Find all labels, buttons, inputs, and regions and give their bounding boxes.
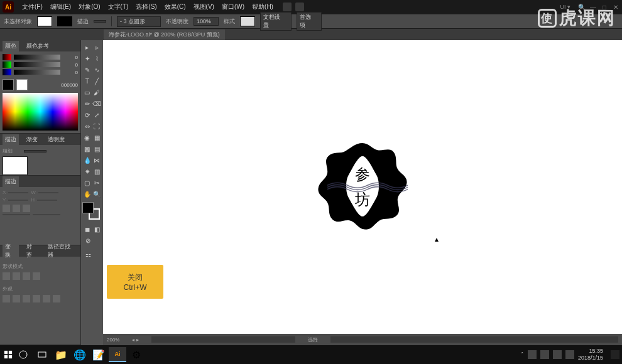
shape-builder-tool[interactable]: ◉ bbox=[83, 132, 92, 142]
stroke-weight-dropdown[interactable] bbox=[94, 20, 106, 23]
paintbrush-tool[interactable]: 🖌 bbox=[93, 87, 102, 97]
pf-icon6[interactable] bbox=[53, 295, 60, 302]
symbol-sprayer-tool[interactable]: ✷ bbox=[83, 166, 92, 176]
tab-align[interactable]: 对齐 bbox=[24, 242, 40, 260]
menu-effect[interactable]: 效果(C) bbox=[161, 1, 189, 13]
curvature-tool[interactable]: ∿ bbox=[93, 65, 102, 75]
slice-tool[interactable]: ✂ bbox=[93, 178, 102, 188]
canvas[interactable]: 参 坊 ▴ bbox=[103, 40, 622, 345]
minus-icon[interactable] bbox=[13, 272, 20, 280]
h-scrollbar[interactable] bbox=[151, 336, 295, 343]
taskview-icon[interactable] bbox=[33, 347, 51, 362]
menu-help[interactable]: 帮助(H) bbox=[249, 1, 276, 13]
b-slider[interactable] bbox=[14, 70, 60, 75]
rectangle-tool[interactable]: ▭ bbox=[83, 87, 92, 97]
gradient-mode-icon[interactable]: ◧ bbox=[93, 224, 102, 234]
free-transform-tool[interactable]: ⛶ bbox=[93, 121, 102, 131]
pf-icon5[interactable] bbox=[43, 295, 50, 302]
app1-icon[interactable]: 📝 bbox=[90, 347, 107, 362]
g-slider[interactable] bbox=[14, 62, 60, 67]
menu-object[interactable]: 对象(O) bbox=[75, 1, 103, 13]
tab-transform[interactable]: 变换 bbox=[3, 242, 19, 260]
illustrator-taskbar-icon[interactable]: Ai bbox=[109, 347, 126, 362]
toolbox-fill[interactable] bbox=[82, 202, 94, 213]
exclude-icon[interactable] bbox=[33, 272, 40, 280]
menu-file[interactable]: 文件(F) bbox=[19, 1, 46, 13]
graph-tool[interactable]: ▥ bbox=[93, 166, 102, 176]
fill-swatch[interactable] bbox=[37, 16, 52, 26]
tray-up-icon[interactable]: ˄ bbox=[521, 351, 524, 358]
pen-tool[interactable]: ✎ bbox=[83, 65, 92, 75]
doc-setup-button[interactable]: 文档设置 bbox=[260, 12, 292, 31]
eraser-tool[interactable]: ⌫ bbox=[92, 99, 101, 109]
unite-icon[interactable] bbox=[3, 272, 10, 280]
lasso-tool[interactable]: ⌇ bbox=[93, 53, 102, 63]
color-mode-icon[interactable]: ◼ bbox=[83, 224, 92, 234]
shear-val[interactable] bbox=[33, 214, 60, 215]
mesh-tool[interactable]: ▩ bbox=[83, 144, 92, 154]
color-stroke-box[interactable] bbox=[16, 79, 28, 90]
menu-type[interactable]: 文字(T) bbox=[105, 1, 132, 13]
extra-icon-2[interactable] bbox=[295, 3, 304, 11]
intersect-icon[interactable] bbox=[23, 272, 30, 280]
pf-icon1[interactable] bbox=[3, 295, 10, 302]
cortana-icon[interactable] bbox=[14, 347, 32, 362]
tab-pathfinder[interactable]: 路径查找器 bbox=[45, 242, 78, 260]
preferences-button[interactable]: 首选项 bbox=[297, 12, 322, 31]
rotate-tool[interactable]: ⟳ bbox=[83, 110, 92, 120]
tray-volume-icon[interactable] bbox=[565, 350, 574, 359]
direct-select-tool[interactable]: ▹ bbox=[93, 42, 102, 52]
angle-val[interactable] bbox=[3, 214, 30, 215]
cap-icon[interactable] bbox=[3, 205, 10, 212]
explorer-icon[interactable]: 📁 bbox=[52, 347, 70, 362]
tray-icon-1[interactable] bbox=[528, 350, 537, 359]
perspective-tool[interactable]: ▦ bbox=[93, 132, 102, 142]
tab-color[interactable]: 颜色 bbox=[3, 41, 19, 51]
zoom-tool[interactable]: 🔍 bbox=[93, 189, 102, 199]
pf-icon3[interactable] bbox=[23, 295, 30, 302]
tab-color-guide[interactable]: 颜色参考 bbox=[24, 41, 52, 51]
color-fill-box[interactable] bbox=[3, 79, 14, 90]
none-mode-icon[interactable]: ⊘ bbox=[83, 235, 93, 245]
document-tab[interactable]: 海参花-LOGO.ai* @ 200% (RGB/GPU 预览) bbox=[104, 29, 225, 40]
brush-preset-dropdown[interactable]: - 3 点圆形 bbox=[117, 16, 161, 27]
style-swatch[interactable] bbox=[240, 16, 255, 26]
width-tool[interactable]: ⇔ bbox=[83, 121, 92, 131]
h-scrollbar-2[interactable] bbox=[330, 336, 618, 343]
tab-gradient[interactable]: 渐变 bbox=[24, 134, 40, 145]
r-slider[interactable] bbox=[14, 55, 60, 60]
extra-icon-1[interactable] bbox=[283, 3, 292, 11]
tray-icon-2[interactable] bbox=[540, 350, 549, 359]
shaper-tool[interactable]: ✏ bbox=[83, 99, 91, 109]
dim-h-val[interactable] bbox=[37, 200, 57, 201]
pf-icon2[interactable] bbox=[13, 295, 20, 302]
magic-wand-tool[interactable]: ✦ bbox=[83, 53, 92, 63]
dim-y-val[interactable] bbox=[8, 200, 28, 201]
action-center-icon[interactable] bbox=[611, 350, 619, 359]
cap-icon3[interactable] bbox=[23, 205, 30, 212]
eyedropper-tool[interactable]: 💧 bbox=[83, 155, 92, 165]
tab-stroke2[interactable]: 描边 bbox=[3, 176, 19, 187]
cap-icon2[interactable] bbox=[13, 205, 20, 212]
menu-window[interactable]: 窗口(W) bbox=[219, 1, 248, 13]
app2-icon[interactable]: ⚙ bbox=[128, 347, 145, 362]
tray-network-icon[interactable] bbox=[553, 350, 562, 359]
scale-tool[interactable]: ⤢ bbox=[93, 110, 102, 120]
tab-stroke[interactable]: 描边 bbox=[3, 134, 19, 145]
browser-icon[interactable]: 🌐 bbox=[71, 347, 89, 362]
artboard-tool[interactable]: ▢ bbox=[83, 178, 92, 188]
stroke-swatch[interactable] bbox=[57, 16, 72, 26]
status-arrow[interactable]: ◂ ▸ bbox=[132, 337, 138, 343]
color-spectrum[interactable] bbox=[3, 93, 78, 131]
tab-transparency[interactable]: 透明度 bbox=[45, 134, 67, 145]
selection-tool[interactable]: ▸ bbox=[83, 42, 92, 52]
menu-select[interactable]: 选择(S) bbox=[133, 1, 160, 13]
blend-tool[interactable]: ⋈ bbox=[93, 155, 102, 165]
menu-view[interactable]: 视图(V) bbox=[190, 1, 217, 13]
fill-stroke-indicator[interactable] bbox=[82, 202, 100, 220]
pf-icon4[interactable] bbox=[33, 295, 40, 302]
line-tool[interactable]: ╱ bbox=[93, 76, 102, 86]
zoom-level[interactable]: 200% bbox=[107, 337, 119, 343]
hand-tool[interactable]: ✋ bbox=[83, 189, 92, 199]
taskbar-clock[interactable]: 15:35 2018/1/15 bbox=[578, 348, 607, 361]
